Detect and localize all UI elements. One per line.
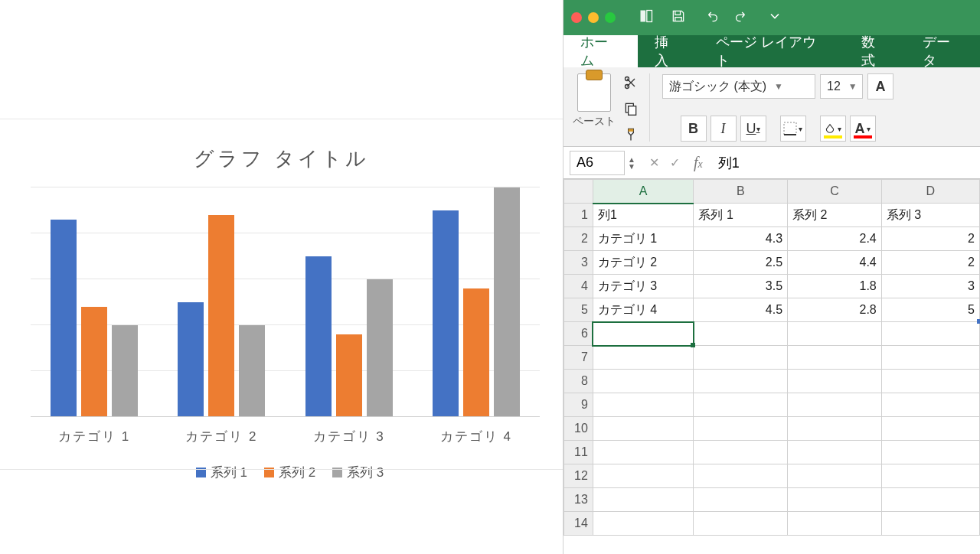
fill-color-button[interactable]: ▾ [820, 116, 846, 142]
font-name-select[interactable]: 游ゴシック (本文)▼ [662, 74, 815, 99]
cell[interactable] [788, 370, 882, 393]
row-header[interactable]: 2 [564, 227, 593, 251]
cell[interactable] [593, 464, 694, 488]
cell[interactable]: 3.5 [694, 275, 788, 298]
row-header[interactable]: 7 [564, 346, 593, 370]
tab-home[interactable]: ホーム [564, 35, 638, 67]
cell[interactable]: カテゴリ 3 [593, 275, 694, 298]
row-header[interactable]: 4 [564, 275, 593, 298]
minimize-icon[interactable] [588, 12, 599, 23]
cell[interactable] [593, 370, 694, 393]
row-header[interactable]: 1 [564, 204, 593, 227]
cell[interactable] [881, 488, 979, 512]
cell[interactable] [694, 393, 788, 417]
cell[interactable] [881, 370, 979, 393]
tab-page-layout[interactable]: ページ レイアウト [699, 35, 845, 67]
fx-icon[interactable]: fx [694, 154, 703, 171]
font-color-button[interactable]: A▾ [850, 116, 876, 142]
cell[interactable]: 5 [881, 298, 979, 322]
row-header[interactable]: 8 [564, 370, 593, 393]
doc-mode-icon[interactable] [639, 8, 654, 27]
cell[interactable] [788, 322, 882, 346]
enter-formula-icon[interactable]: ✓ [670, 155, 680, 170]
cut-icon[interactable] [623, 75, 639, 93]
cell[interactable] [593, 417, 694, 441]
column-header[interactable]: A [593, 180, 694, 204]
redo-icon[interactable] [735, 8, 750, 27]
save-icon[interactable] [671, 8, 686, 27]
column-header[interactable]: C [788, 180, 882, 204]
row-header[interactable]: 3 [564, 251, 593, 275]
cell[interactable] [593, 393, 694, 417]
row-header[interactable]: 10 [564, 417, 593, 441]
cell[interactable] [694, 322, 788, 346]
worksheet[interactable]: ABCD1列1系列 1系列 2系列 32カテゴリ 14.32.423カテゴリ 2… [564, 179, 980, 536]
cell[interactable]: 2.4 [788, 227, 882, 251]
cell[interactable] [694, 464, 788, 488]
cell[interactable] [593, 441, 694, 464]
cell[interactable] [881, 441, 979, 464]
row-header[interactable]: 5 [564, 298, 593, 322]
cell[interactable] [881, 322, 979, 346]
row-header[interactable]: 6 [564, 322, 593, 346]
row-header[interactable]: 13 [564, 488, 593, 512]
cell[interactable] [694, 370, 788, 393]
cell[interactable]: カテゴリ 1 [593, 227, 694, 251]
cell[interactable]: 2.5 [694, 251, 788, 275]
cell[interactable] [788, 346, 882, 370]
cell[interactable] [593, 322, 694, 346]
name-box-down[interactable]: ▼ [628, 163, 635, 170]
cell[interactable]: 4.4 [788, 251, 882, 275]
row-header[interactable]: 14 [564, 512, 593, 536]
close-icon[interactable] [571, 12, 582, 23]
window-traffic-lights[interactable] [571, 12, 616, 23]
cancel-formula-icon[interactable]: ✕ [649, 155, 659, 170]
row-header[interactable]: 11 [564, 441, 593, 464]
cell[interactable] [694, 441, 788, 464]
cell[interactable]: 4.5 [694, 298, 788, 322]
cell[interactable] [593, 488, 694, 512]
tab-data[interactable]: データ [906, 35, 980, 67]
cell[interactable] [881, 464, 979, 488]
font-size-select[interactable]: 12▼ [820, 74, 863, 99]
cell[interactable] [593, 512, 694, 536]
cell[interactable] [694, 512, 788, 536]
format-painter-icon[interactable] [623, 127, 639, 145]
increase-font-button[interactable]: A [867, 73, 893, 99]
italic-button[interactable]: I [710, 116, 737, 142]
cell[interactable]: 3 [881, 275, 979, 298]
zoom-icon[interactable] [605, 12, 616, 23]
cell[interactable]: 列1 [593, 204, 694, 227]
cell[interactable] [788, 441, 882, 464]
paste-icon[interactable] [577, 73, 611, 112]
name-box[interactable]: A6 [570, 151, 625, 175]
cell[interactable] [788, 512, 882, 536]
underline-button[interactable]: U ▾ [740, 116, 766, 142]
cell[interactable]: 系列 1 [694, 204, 788, 227]
select-all-corner[interactable] [564, 180, 593, 204]
cell[interactable] [694, 346, 788, 370]
row-header[interactable]: 9 [564, 393, 593, 417]
cell[interactable]: カテゴリ 2 [593, 251, 694, 275]
cell[interactable] [788, 464, 882, 488]
cell[interactable] [593, 346, 694, 370]
bold-button[interactable]: B [681, 116, 707, 142]
tab-insert[interactable]: 挿入 [638, 35, 698, 67]
chevron-down-icon[interactable] [767, 8, 782, 27]
cell[interactable]: 1.8 [788, 275, 882, 298]
cell[interactable]: 2.8 [788, 298, 882, 322]
cell[interactable] [881, 346, 979, 370]
cell[interactable] [788, 488, 882, 512]
undo-icon[interactable] [703, 8, 718, 27]
border-button[interactable]: ▾ [780, 116, 806, 142]
tab-formulas[interactable]: 数式 [844, 35, 905, 67]
copy-icon[interactable] [623, 101, 639, 119]
cell[interactable]: カテゴリ 4 [593, 298, 694, 322]
cell[interactable]: 系列 2 [788, 204, 882, 227]
cell[interactable]: 系列 3 [881, 204, 979, 227]
cell[interactable] [788, 417, 882, 441]
cell[interactable]: 2 [881, 227, 979, 251]
column-header[interactable]: D [881, 180, 979, 204]
cell[interactable] [881, 393, 979, 417]
cell[interactable] [694, 417, 788, 441]
